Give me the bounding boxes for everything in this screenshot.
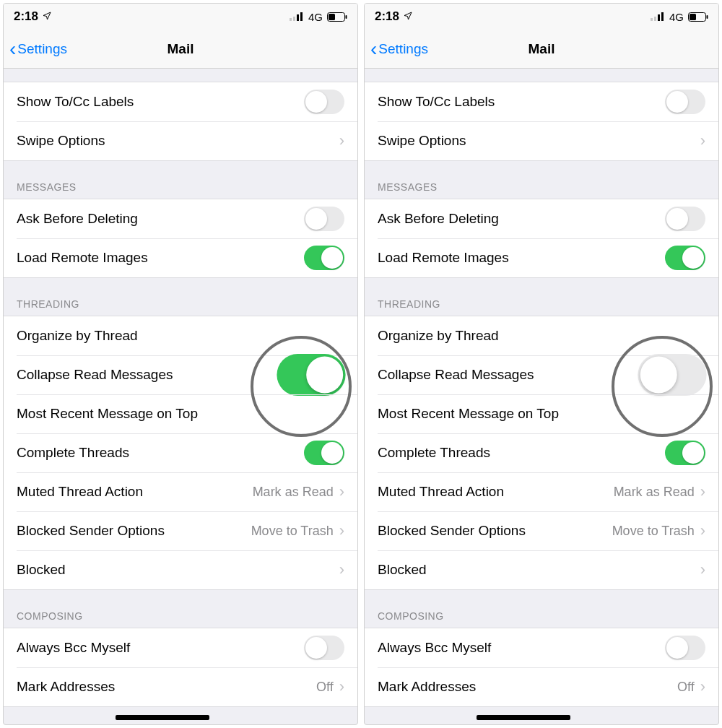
- back-button[interactable]: ‹ Settings: [370, 30, 428, 68]
- battery-icon: [688, 12, 708, 22]
- row-show-tocc[interactable]: Show To/Cc Labels: [4, 82, 357, 121]
- chevron-left-icon: ‹: [370, 39, 377, 59]
- svg-rect-5: [329, 14, 335, 20]
- section-header-threading: THREADING: [365, 278, 718, 316]
- svg-rect-9: [658, 14, 660, 21]
- label-muted-action: Muted Thread Action: [17, 484, 253, 500]
- row-ask-before-delete[interactable]: Ask Before Deleting: [365, 199, 718, 238]
- toggle-show-tocc[interactable]: [665, 90, 705, 114]
- back-button[interactable]: ‹ Settings: [9, 30, 67, 68]
- label-swipe-options: Swipe Options: [17, 133, 339, 149]
- network-label: 4G: [669, 11, 684, 23]
- signal-icon: [290, 12, 304, 21]
- row-organize-thread[interactable]: Organize by Thread: [4, 316, 357, 355]
- svg-rect-8: [654, 17, 656, 21]
- row-mark-addresses[interactable]: Mark Addresses Off ›: [4, 667, 357, 706]
- label-blocked-sender: Blocked Sender Options: [17, 523, 251, 539]
- row-ask-before-delete[interactable]: Ask Before Deleting: [4, 199, 357, 238]
- value-blocked-sender: Move to Trash: [251, 524, 334, 539]
- row-mark-addresses[interactable]: Mark Addresses Off ›: [365, 667, 718, 706]
- label-mark-addresses: Mark Addresses: [378, 679, 677, 695]
- row-most-recent-top[interactable]: Most Recent Message on Top: [365, 394, 718, 433]
- label-load-remote: Load Remote Images: [378, 250, 665, 266]
- section-header-composing: COMPOSING: [4, 590, 357, 628]
- row-muted-action[interactable]: Muted Thread Action Mark as Read ›: [4, 472, 357, 511]
- label-most-recent-top: Most Recent Message on Top: [378, 406, 705, 422]
- row-complete-threads[interactable]: Complete Threads: [4, 433, 357, 472]
- label-complete-threads: Complete Threads: [378, 445, 665, 461]
- value-mark-addresses: Off: [316, 680, 334, 695]
- signal-icon: [651, 12, 665, 21]
- settings-content[interactable]: Show To/Cc Labels Swipe Options › MESSAG…: [365, 69, 718, 724]
- page-title: Mail: [529, 41, 555, 57]
- row-swipe-options[interactable]: Swipe Options ›: [4, 121, 357, 160]
- row-blocked[interactable]: Blocked ›: [4, 550, 357, 589]
- row-load-remote[interactable]: Load Remote Images: [4, 238, 357, 277]
- svg-rect-13: [707, 15, 708, 19]
- value-blocked-sender: Move to Trash: [612, 524, 695, 539]
- label-most-recent-top: Most Recent Message on Top: [17, 406, 344, 422]
- section-spacer: [365, 69, 718, 82]
- status-time: 2:18: [14, 9, 38, 24]
- label-collapse-read: Collapse Read Messages: [378, 367, 652, 383]
- network-label: 4G: [308, 11, 323, 23]
- svg-rect-12: [690, 14, 696, 20]
- chevron-right-icon: ›: [700, 133, 705, 149]
- label-swipe-options: Swipe Options: [378, 133, 700, 149]
- chevron-right-icon: ›: [700, 484, 705, 500]
- label-mark-addresses: Mark Addresses: [17, 679, 316, 695]
- row-collapse-read[interactable]: Collapse Read Messages: [4, 355, 357, 394]
- toggle-ask-before-delete[interactable]: [304, 207, 344, 231]
- row-always-bcc[interactable]: Always Bcc Myself: [4, 628, 357, 667]
- toggle-always-bcc[interactable]: [304, 636, 344, 660]
- label-load-remote: Load Remote Images: [17, 250, 304, 266]
- row-load-remote[interactable]: Load Remote Images: [365, 238, 718, 277]
- toggle-collapse-read[interactable]: [277, 354, 345, 396]
- label-show-tocc: Show To/Cc Labels: [17, 94, 304, 110]
- toggle-show-tocc[interactable]: [304, 90, 344, 114]
- nav-bar: ‹ Settings Mail: [4, 30, 357, 69]
- row-blocked-sender[interactable]: Blocked Sender Options Move to Trash ›: [365, 511, 718, 550]
- chevron-right-icon: ›: [339, 523, 344, 539]
- label-organize-thread: Organize by Thread: [17, 328, 344, 344]
- label-always-bcc: Always Bcc Myself: [17, 640, 304, 656]
- row-complete-threads[interactable]: Complete Threads: [365, 433, 718, 472]
- section-header-messages: MESSAGES: [4, 161, 357, 199]
- row-show-tocc[interactable]: Show To/Cc Labels: [365, 82, 718, 121]
- phone-screen: 2:18 4G ‹ Settings Mail Show To/Cc Label…: [364, 3, 719, 725]
- status-bar: 2:18 4G: [4, 4, 357, 30]
- row-blocked[interactable]: Blocked ›: [365, 550, 718, 589]
- row-organize-thread[interactable]: Organize by Thread: [365, 316, 718, 355]
- label-organize-thread: Organize by Thread: [378, 328, 705, 344]
- chevron-right-icon: ›: [339, 562, 344, 578]
- toggle-always-bcc[interactable]: [665, 636, 705, 660]
- back-label: Settings: [378, 41, 428, 57]
- value-mark-addresses: Off: [677, 680, 695, 695]
- annotation-redaction: [477, 715, 570, 720]
- toggle-collapse-read[interactable]: [638, 354, 706, 396]
- nav-bar: ‹ Settings Mail: [365, 30, 718, 69]
- status-bar: 2:18 4G: [365, 4, 718, 30]
- row-always-bcc[interactable]: Always Bcc Myself: [365, 628, 718, 667]
- toggle-ask-before-delete[interactable]: [665, 207, 705, 231]
- row-blocked-sender[interactable]: Blocked Sender Options Move to Trash ›: [4, 511, 357, 550]
- row-swipe-options[interactable]: Swipe Options ›: [365, 121, 718, 160]
- chevron-left-icon: ‹: [9, 39, 16, 59]
- row-muted-action[interactable]: Muted Thread Action Mark as Read ›: [365, 472, 718, 511]
- svg-rect-10: [661, 12, 664, 21]
- row-collapse-read[interactable]: Collapse Read Messages: [365, 355, 718, 394]
- toggle-complete-threads[interactable]: [665, 441, 705, 465]
- svg-rect-3: [300, 12, 303, 21]
- annotation-redaction: [116, 715, 209, 720]
- label-blocked: Blocked: [378, 562, 700, 578]
- settings-content[interactable]: Show To/Cc Labels Swipe Options › MESSAG…: [4, 69, 357, 724]
- status-time: 2:18: [375, 9, 399, 24]
- toggle-load-remote[interactable]: [304, 246, 344, 270]
- row-most-recent-top[interactable]: Most Recent Message on Top: [4, 394, 357, 433]
- svg-rect-2: [297, 14, 299, 21]
- toggle-load-remote[interactable]: [665, 246, 705, 270]
- section-header-messages: MESSAGES: [365, 161, 718, 199]
- value-muted-action: Mark as Read: [253, 485, 334, 500]
- label-ask-before-delete: Ask Before Deleting: [378, 211, 665, 227]
- toggle-complete-threads[interactable]: [304, 441, 344, 465]
